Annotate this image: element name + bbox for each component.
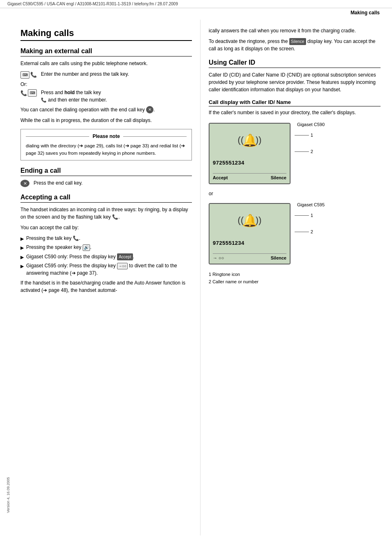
phone-display-inner-c595: (( 🔔 )) 9725551234 → ○○ Silence: [210, 204, 290, 264]
note-header: Please note: [26, 133, 187, 140]
or-label: Or:: [20, 81, 192, 87]
section-external-call-title: Making an external call: [20, 47, 192, 56]
or-separator: or: [209, 191, 381, 196]
bell-icon-c590: 🔔: [242, 133, 257, 147]
top-bar: Gigaset C590/C595 / USA-CAN engl / A3100…: [0, 0, 392, 8]
top-bar-text: Gigaset C590/C595 / USA-CAN engl / A3100…: [7, 2, 178, 6]
phone-labels-c595: Gigaset C595 1 2: [295, 201, 324, 234]
bell-area-c590: (( 🔔 )): [213, 128, 286, 152]
accept-bullet-list: ▶ Pressing the talk key 📞. ▶ Pressing th…: [20, 235, 192, 277]
phone-labels-c590: Gigaset C590 1 2: [295, 120, 324, 154]
label-1-c595: 1: [311, 213, 313, 218]
label-1-row-c590: 1: [295, 133, 324, 138]
bullet-text-2: Pressing the speaker key 🔊.: [26, 244, 91, 251]
list-item: ▶ Pressing the talk key 📞.: [20, 235, 192, 242]
list-item: ▶ Pressing the speaker key 🔊.: [20, 244, 192, 251]
phone-number-c595: 9725551234: [213, 240, 286, 246]
label-2-row-c590: 2: [295, 149, 324, 154]
soft-keys-c590: Accept Silence: [213, 173, 286, 180]
wave-right-c590: )): [256, 135, 262, 145]
note-title: Please note: [89, 133, 123, 140]
bell-area-c595: (( 🔔 )): [213, 208, 286, 233]
keypad-icon: ⌨: [20, 71, 29, 79]
accept-ways-intro: You can accept the call by:: [20, 224, 192, 231]
instruction-text-2: Press and hold the talk key 📞 and then e…: [41, 89, 107, 104]
page-section-header: Making calls: [351, 10, 380, 16]
label-dash-2-c590: [295, 151, 309, 152]
label-dash-2-c595: [295, 232, 309, 232]
note-line-left: [26, 136, 89, 137]
caller-id-body: Caller ID (CID) and Caller Name ID (CNID…: [209, 71, 381, 93]
speaker-icon: 🔊: [83, 244, 90, 251]
list-item: ▶ Gigaset C590 only: Press the display k…: [20, 253, 192, 261]
instruction-row-1: ⌨ 📞 Enter the number and press the talk …: [20, 70, 192, 79]
talk-key-icon-2: 📞: [20, 89, 27, 97]
divert-icon: →○○: [117, 263, 128, 269]
model-label-c595: Gigaset C595: [297, 202, 324, 207]
instruction-icon-2: 📞 ⌨: [20, 89, 37, 97]
label-dash-1-c590: [295, 135, 309, 136]
bullet-text-4: Gigaset C595 only: Press the display key…: [26, 262, 192, 277]
silence-text: To deactivate the ringtone, press the Si…: [209, 38, 381, 52]
main-title: Making calls: [20, 28, 192, 41]
external-call-intro: External calls are calls using the publi…: [20, 60, 192, 67]
phone-display-c595: (( 🔔 )) 9725551234 → ○○ Silence: [209, 203, 291, 264]
phone-diagram-c590: (( 🔔 )) 9725551234 Accept Silence: [209, 120, 381, 187]
left-margin: Version 4, 16.09.2005: [0, 16, 12, 540]
right-column: ically answers the call when you remove …: [201, 20, 389, 535]
caption-1: 1 Ringtone icon: [209, 271, 381, 278]
talk-key-small: 📞: [41, 97, 47, 102]
instruction-text-1: Enter the number and press the talk key.: [41, 70, 129, 78]
soft-key-right-c590: Silence: [270, 175, 286, 180]
wave-right-c595: )): [256, 215, 262, 226]
duration-text: While the call is in progress, the durat…: [20, 117, 192, 124]
instruction-icon-1: ⌨ 📞: [20, 71, 37, 79]
bullet-arrow-1: ▶: [20, 235, 24, 242]
call-display-intro: If the caller's number is saved in your …: [209, 109, 381, 116]
label-header-c590: Gigaset C590: [295, 122, 324, 127]
bullet-text-1: Pressing the talk key 📞.: [26, 235, 80, 242]
end-call-icon-container: ✕: [20, 180, 29, 187]
bell-waves-c590: (( 🔔 )): [238, 133, 261, 147]
bullet-arrow-4: ▶: [20, 263, 24, 270]
accept-badge: Accept: [117, 253, 133, 260]
end-call-icon: ✕: [20, 180, 29, 187]
auto-answer-continued: ically answers the call when you remove …: [209, 27, 381, 34]
left-column: Making calls Making an external call Ext…: [12, 20, 201, 535]
page-number: 27: [0, 540, 392, 542]
phone-number-c590: 9725551234: [213, 160, 286, 166]
label-2-row-c595: 2: [295, 229, 324, 234]
bell-waves-c595: (( 🔔 )): [238, 213, 261, 228]
caption-2: 2 Caller name or number: [209, 278, 381, 286]
section-caller-id-title: Using Caller ID: [209, 59, 381, 68]
label-2-c595: 2: [311, 229, 313, 234]
bullet-arrow-2: ▶: [20, 244, 24, 251]
section-accepting-call-title: Accepting a call: [20, 194, 192, 203]
soft-key-left-c595: → ○○: [213, 255, 224, 260]
label-1-row-c595: 1: [295, 213, 324, 218]
note-line-right: [123, 136, 187, 137]
note-box: Please note dialing with the directory (…: [20, 129, 192, 160]
soft-key-right-c595: Silence: [270, 255, 286, 260]
cancel-text: You can cancel the dialing operation wit…: [20, 106, 192, 114]
keypad-icon-2: ⌨: [28, 89, 37, 97]
caption-area: 1 Ringtone icon 2 Caller name or number: [209, 271, 381, 285]
instruction-row-end: ✕ Press the end call key.: [20, 179, 192, 187]
end-call-instruction: Press the end call key.: [34, 179, 83, 187]
bullet-text-3: Gigaset C590 only: Press the display key…: [26, 253, 134, 260]
label-dash-1-c595: [295, 215, 309, 216]
silence-badge: Silence: [289, 38, 306, 45]
label-1-c590: 1: [311, 133, 313, 138]
flashing-talk-key-icon: 📞: [112, 214, 118, 220]
note-body: dialing with the directory (➔ page 29), …: [26, 143, 185, 155]
label-2-c590: 2: [311, 149, 313, 154]
phone-display-c590: (( 🔔 )) 9725551234 Accept Silence: [209, 123, 291, 184]
version-text: Version 4, 16.09.2005: [6, 477, 10, 513]
label-header-c595: Gigaset C595: [295, 202, 324, 207]
bell-icon-c595: 🔔: [242, 213, 257, 228]
list-item: ▶ Gigaset C595 only: Press the display k…: [20, 262, 192, 277]
phone-display-inner-c590: (( 🔔 )) 9725551234 Accept Silence: [210, 124, 290, 183]
soft-key-left-c590: Accept: [213, 175, 228, 180]
phone-diagram-c595: (( 🔔 )) 9725551234 → ○○ Silence: [209, 201, 381, 267]
section-call-display-title: Call display with Caller ID/ Name: [209, 99, 381, 106]
